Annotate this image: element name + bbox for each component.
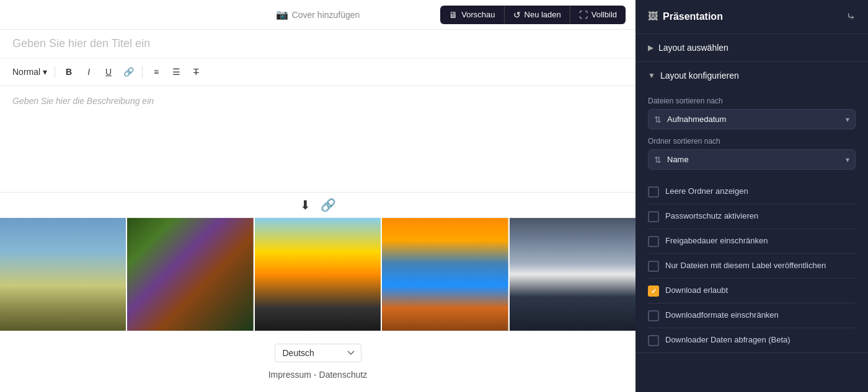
checkbox-passwort[interactable] xyxy=(648,211,659,222)
format-label: Normal xyxy=(12,67,40,77)
download-media-icon[interactable]: ⬇ xyxy=(300,198,311,212)
format-select[interactable]: Normal ▾ xyxy=(10,66,50,78)
files-sort-select[interactable]: Aufnahmedatum xyxy=(648,109,856,129)
unordered-list-icon: ☰ xyxy=(172,67,180,77)
folder-sort-label: Ordner sortieren nach xyxy=(648,137,856,146)
editor-content[interactable]: Geben Sie hier die Beschreibung ein xyxy=(0,86,636,193)
layout-auswahlen-header[interactable]: ▶ Layout auswählen xyxy=(636,34,868,61)
photo-cell-2[interactable] xyxy=(127,218,253,331)
checkbox-freigabe[interactable] xyxy=(648,236,659,247)
section-layout-konfigurieren: ▼ Layout konfigurieren Dateien sortieren… xyxy=(636,62,868,353)
folder-sort-select[interactable]: Name xyxy=(648,149,856,170)
footer-dash: - xyxy=(314,370,317,380)
checkbox-item-freigabe[interactable]: Freigabedauer einschränken xyxy=(648,229,856,254)
share-media-icon[interactable]: 🔗 xyxy=(321,198,336,212)
checkbox-download-label: Download erlaubt xyxy=(665,285,728,296)
checkbox-downloadformate[interactable] xyxy=(648,310,659,321)
layout-konfigurieren-header[interactable]: ▼ Layout konfigurieren xyxy=(636,62,868,89)
toolbar-sep-2 xyxy=(142,66,143,78)
checkbox-item-label[interactable]: Nur Dateien mit diesem Label veröffentli… xyxy=(648,254,856,279)
link-button[interactable]: 🔗 xyxy=(120,63,137,81)
panel-title-label: Präsentation xyxy=(663,11,723,22)
ordered-list-icon: ≡ xyxy=(154,67,159,77)
checkbox-leere-label: Leere Ordner anzeigen xyxy=(665,186,748,197)
impressum-link[interactable]: Impressum xyxy=(268,370,311,380)
checkbox-label-label: Nur Dateien mit diesem Label veröffentli… xyxy=(665,260,826,271)
checkbox-item-passwort[interactable]: Passwortschutz aktivieren xyxy=(648,204,856,229)
cover-btn-label: Cover hinzufügen xyxy=(292,10,360,20)
italic-button[interactable]: I xyxy=(80,63,97,81)
footer-area: Deutsch Impressum - Datenschutz xyxy=(0,331,636,392)
chevron-right-icon: ▶ xyxy=(648,43,653,52)
checkbox-downloadformate-label: Downloadformate einschränken xyxy=(665,310,779,321)
unordered-list-button[interactable]: ☰ xyxy=(167,63,185,81)
section-layout-auswahlen: ▶ Layout auswählen xyxy=(636,34,868,62)
layout-konfigurieren-content: Dateien sortieren nach ⇅ Aufnahmedatum ▾… xyxy=(636,97,868,180)
checkboxes-section: Leere Ordner anzeigen Passwortschutz akt… xyxy=(636,180,868,352)
preview-button[interactable]: 🖥 Vorschau xyxy=(440,6,503,24)
language-select[interactable]: Deutsch xyxy=(275,344,361,362)
panel-title: 🖼 Präsentation xyxy=(648,11,723,22)
ordered-list-button[interactable]: ≡ xyxy=(148,63,165,81)
top-bar: 📷 Cover hinzufügen 🖥 Vorschau ↺ Neu lade… xyxy=(0,0,636,30)
photo-mountain xyxy=(510,218,636,331)
title-input[interactable] xyxy=(12,37,623,50)
reload-label: Neu laden xyxy=(525,10,561,19)
fullscreen-icon: ⛶ xyxy=(579,10,588,20)
checkbox-label[interactable] xyxy=(648,261,659,272)
folder-sort-wrapper: ⇅ Name ▾ xyxy=(648,149,856,170)
checkbox-item-downloadformate[interactable]: Downloadformate einschränken xyxy=(648,303,856,328)
checkbox-freigabe-label: Freigabedauer einschränken xyxy=(665,235,768,246)
checkbox-passwort-label: Passwortschutz aktivieren xyxy=(665,211,758,222)
photo-sunset xyxy=(255,218,381,331)
clear-format-button[interactable]: T̶ xyxy=(187,63,205,81)
main-editor-area: 📷 Cover hinzufügen 🖥 Vorschau ↺ Neu lade… xyxy=(0,0,636,392)
fullscreen-label: Vollbild xyxy=(591,10,617,19)
chevron-down-icon: ▼ xyxy=(648,71,655,80)
fullscreen-button[interactable]: ⛶ Vollbild xyxy=(570,6,626,24)
reload-icon: ↺ xyxy=(513,10,521,20)
photo-cell-3[interactable] xyxy=(255,218,381,331)
underline-button[interactable]: U xyxy=(100,63,117,81)
presentation-icon: 🖼 xyxy=(648,11,658,22)
layout-auswahlen-label: Layout auswählen xyxy=(658,43,728,53)
photo-grid xyxy=(0,218,636,331)
panel-header: 🖼 Präsentation ⤷ xyxy=(636,0,868,34)
preview-icon: 🖥 xyxy=(449,10,458,20)
checkbox-leere[interactable] xyxy=(648,186,659,198)
add-cover-button[interactable]: 📷 Cover hinzufügen xyxy=(270,6,366,23)
description-placeholder: Geben Sie hier die Beschreibung ein xyxy=(12,96,154,106)
photo-cell-4[interactable] xyxy=(382,218,508,331)
format-chevron-icon: ▾ xyxy=(43,67,47,77)
photo-cascade xyxy=(382,218,508,331)
camera-icon: 📷 xyxy=(276,9,288,20)
photo-cell-5[interactable] xyxy=(510,218,636,331)
layout-konfigurieren-label: Layout konfigurieren xyxy=(660,71,739,81)
files-sort-wrapper: ⇅ Aufnahmedatum ▾ xyxy=(648,109,856,129)
photo-waterfall xyxy=(127,218,253,331)
toolbar-sep-1 xyxy=(55,66,55,78)
checkbox-downloader-label: Downloader Daten abfragen (Beta) xyxy=(665,334,790,346)
checkbox-item-downloader[interactable]: Downloader Daten abfragen (Beta) xyxy=(648,328,856,352)
files-sort-label: Dateien sortieren nach xyxy=(648,97,856,105)
clear-format-icon: T̶ xyxy=(193,67,199,77)
reload-button[interactable]: ↺ Neu laden xyxy=(505,6,570,24)
checkbox-item-leere[interactable]: Leere Ordner anzeigen xyxy=(648,180,856,204)
action-buttons-group: 🖥 Vorschau ↺ Neu laden ⛶ Vollbild xyxy=(440,6,626,24)
checkbox-download[interactable] xyxy=(648,285,659,297)
datenschutz-link[interactable]: Datenschutz xyxy=(319,370,368,380)
media-toolbar: ⬇ 🔗 xyxy=(0,193,636,218)
photo-cell-1[interactable] xyxy=(0,218,126,331)
link-icon: 🔗 xyxy=(123,67,134,77)
bold-button[interactable]: B xyxy=(60,63,78,81)
checkbox-item-download[interactable]: Download erlaubt xyxy=(648,279,856,303)
right-panel: 🖼 Präsentation ⤷ ▶ Layout auswählen ▼ La… xyxy=(636,0,868,392)
photo-road xyxy=(0,218,126,331)
footer-links: Impressum - Datenschutz xyxy=(268,370,368,380)
share-icon[interactable]: ⤷ xyxy=(846,10,856,24)
title-area xyxy=(0,30,636,58)
editor-toolbar: Normal ▾ B I U 🔗 ≡ ☰ T̶ xyxy=(0,58,636,86)
checkbox-downloader[interactable] xyxy=(648,335,659,346)
preview-label: Vorschau xyxy=(461,10,495,19)
